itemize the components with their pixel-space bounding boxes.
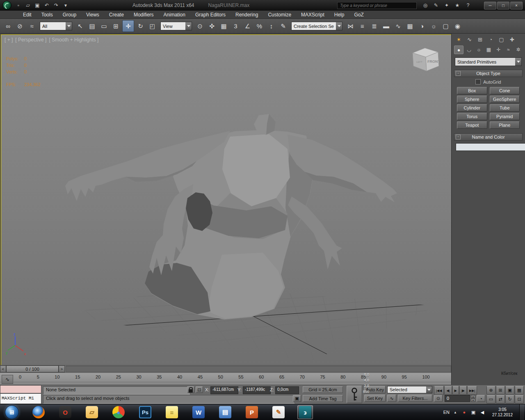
minimize-button[interactable]: ─ — [484, 2, 496, 9]
plane-button[interactable]: Plane — [490, 121, 520, 129]
select-and-manipulate-icon[interactable]: ✜ — [206, 21, 217, 32]
frame-spinner[interactable]: ▲ ▼ — [471, 395, 475, 402]
percent-snap-icon[interactable]: % — [254, 21, 265, 32]
name-and-color-rollout[interactable]: - Name and Color — [454, 133, 523, 141]
edit-named-selections-icon[interactable]: ✎ — [278, 21, 289, 32]
zoom-region-icon[interactable]: ▭ — [486, 395, 495, 404]
language-indicator[interactable]: EN — [443, 410, 450, 415]
absolute-offset-toggle[interactable]: ⊡ — [196, 386, 203, 393]
menu-item[interactable]: Customize — [263, 11, 296, 18]
application-menu-button[interactable] — [1, 1, 13, 10]
infocenter-search-input[interactable] — [337, 2, 417, 9]
bind-to-space-warp-icon[interactable]: ≈ — [26, 21, 37, 32]
category-cameras-icon[interactable]: ▦ — [484, 46, 493, 53]
zoom-all-icon[interactable]: ⊞ — [496, 386, 505, 395]
sticky-notes-icon[interactable]: ≡ — [164, 405, 180, 419]
category-systems-icon[interactable]: ✲ — [514, 46, 523, 53]
word-icon[interactable]: W — [191, 405, 206, 419]
zoom-icon[interactable]: ⊕ — [486, 386, 495, 395]
named-selection-sets-dropdown[interactable]: Create Selection Se — [291, 22, 342, 30]
time-configuration-button[interactable]: ◔ — [477, 395, 485, 402]
dropdown-arrow-icon[interactable] — [185, 22, 192, 30]
menu-item[interactable]: Tools — [37, 11, 58, 18]
tab-motion-icon[interactable]: ◔ — [486, 35, 495, 44]
volume-icon[interactable]: ◀ — [479, 410, 486, 415]
selection-set-dropdown[interactable]: Selected — [387, 386, 432, 393]
lock-selection-button[interactable] — [187, 386, 194, 393]
category-geometry-icon[interactable]: ● — [454, 46, 463, 54]
dropdown-arrow-icon[interactable] — [66, 22, 72, 30]
tab-modify-icon[interactable]: ∿ — [465, 35, 474, 44]
powerpoint-icon[interactable]: P — [244, 405, 260, 419]
new-scene-icon[interactable]: ▫ — [14, 1, 23, 9]
go-to-start-button[interactable]: |◀◀ — [434, 386, 444, 395]
keyboard-override-icon[interactable]: ▦ — [218, 21, 229, 32]
z-coord-field[interactable]: 0,0cm — [275, 386, 299, 394]
favorites-star-icon[interactable]: ★ — [453, 1, 462, 9]
taskbar-clock[interactable]: 3:05 27.12.2012 — [490, 407, 515, 418]
menu-item[interactable]: Graph Editors — [190, 11, 231, 18]
menu-item[interactable]: Help — [329, 11, 349, 18]
3dsmax-taskbar-icon[interactable]: ϶ — [297, 405, 313, 419]
reference-coordinate-dropdown[interactable]: View — [160, 22, 192, 30]
photoshop-icon[interactable]: Ps — [137, 405, 153, 419]
viewcube[interactable]: LEFT FRONT — [409, 46, 442, 74]
snap-toggle-3d-icon[interactable]: 3 — [230, 21, 241, 32]
key-mode-toggle-button[interactable]: ⊙ — [434, 395, 443, 402]
select-and-scale-icon[interactable]: ◰ — [147, 21, 158, 32]
search-find-icon[interactable]: ◎ — [421, 1, 430, 9]
select-object-icon[interactable]: ↖ — [75, 21, 86, 32]
x-coord-field[interactable]: -611,687cm — [210, 386, 238, 394]
material-editor-icon[interactable]: ◑ — [416, 21, 427, 32]
viewport-menu-plus[interactable]: [ + ] — [5, 37, 13, 43]
key-tangent-button[interactable]: ∿ — [387, 395, 396, 402]
track-bar[interactable]: ∿ 05101520253035404550556065707580859095… — [0, 372, 451, 385]
maximize-viewport-icon[interactable]: ⊡ — [515, 395, 524, 404]
set-key-button[interactable]: Set Key — [364, 395, 386, 402]
mirror-icon[interactable]: ⋈ — [345, 21, 356, 32]
selection-filter-dropdown[interactable]: All — [40, 22, 72, 30]
select-and-move-icon[interactable]: ✛ — [122, 20, 134, 32]
previous-frame-arrow[interactable]: < — [0, 365, 6, 372]
perspective-viewport[interactable]: [ + ] [ Perspective ] [ Smooth + Highlig… — [1, 34, 452, 365]
help-icon[interactable]: ? — [463, 1, 472, 9]
geosphere-button[interactable]: GeoSphere — [490, 96, 520, 103]
key-filters-button[interactable]: Key Filters... — [398, 395, 432, 402]
cylinder-button[interactable]: Cylinder — [457, 104, 487, 112]
close-button[interactable]: × — [510, 2, 523, 9]
menu-item[interactable]: Edit — [18, 11, 37, 18]
menu-item[interactable]: Animation — [159, 11, 190, 18]
cone-button[interactable]: Cone — [490, 87, 520, 94]
redo-icon[interactable]: ↷ — [52, 1, 61, 9]
spinner-down-icon[interactable]: ▼ — [471, 399, 475, 402]
subscription-icon[interactable]: ✦ — [442, 1, 451, 9]
render-setup-icon[interactable]: ☼ — [428, 21, 439, 32]
text-editor-icon[interactable]: ✎ — [271, 405, 286, 419]
curve-editor-icon[interactable]: ∿ — [393, 21, 404, 32]
project-folder-icon[interactable]: ▾ — [61, 1, 70, 9]
y-coord-field[interactable]: -1187,499c — [243, 386, 271, 394]
maximize-button[interactable]: □ — [497, 2, 509, 9]
current-frame-field[interactable]: 0 — [445, 395, 470, 402]
undo-icon[interactable]: ↶ — [42, 1, 51, 9]
open-file-icon[interactable]: ▱ — [23, 1, 32, 9]
sphere-button[interactable]: Sphere — [457, 96, 487, 103]
add-time-tag[interactable]: Add Time Tag — [303, 395, 343, 402]
tube-button[interactable]: Tube — [490, 104, 520, 112]
object-class-dropdown[interactable]: Standard Primitives — [455, 57, 522, 66]
tray-expand-icon[interactable]: ▲ — [454, 411, 457, 414]
unlink-selection-icon[interactable]: ⊘ — [14, 21, 25, 32]
category-helpers-icon[interactable]: ✛ — [494, 46, 503, 53]
go-to-end-button[interactable]: ▶▶| — [467, 386, 477, 395]
zoom-extents-icon[interactable]: ▣ — [505, 386, 514, 395]
explorer-icon[interactable]: ▱ — [84, 405, 100, 419]
viewport-menu-shading[interactable]: [ Smooth + Highlights ] — [49, 37, 98, 43]
align-icon[interactable]: ≡ — [357, 21, 368, 32]
dropdown-arrow-icon[interactable] — [515, 58, 521, 66]
box-button[interactable]: Box — [457, 87, 487, 94]
collapse-icon[interactable]: - — [456, 71, 461, 76]
opera-icon[interactable]: O — [57, 405, 73, 419]
menu-item[interactable]: Create — [104, 11, 129, 18]
previous-frame-button[interactable]: ◀| — [444, 386, 452, 395]
firefox-icon[interactable] — [31, 405, 46, 419]
